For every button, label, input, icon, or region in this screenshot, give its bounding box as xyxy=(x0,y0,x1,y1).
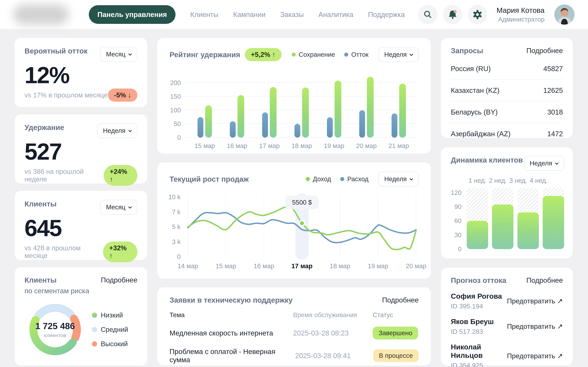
chevron-down-icon xyxy=(409,52,413,56)
prevent-link[interactable]: Предотвратить ↗ xyxy=(507,297,563,305)
card-title: Заявки в техническую поддержку xyxy=(170,296,293,304)
x-tick-label: 18 мар xyxy=(330,262,350,270)
stat-compare: vs 428 в прошлом месяце xyxy=(25,244,103,259)
ticket-time: 2025-03-28 08:23 xyxy=(293,329,373,337)
list-item[interactable]: Беларусь (BY) 3018 xyxy=(451,101,563,123)
nav-item-campaigns[interactable]: Кампании xyxy=(233,10,266,19)
bar-group: 17 мар xyxy=(257,72,282,138)
stat-card-clients: Клиенты Месяц 645 vs 428 в прошлом месяц… xyxy=(15,191,147,260)
y-tick-label: 120 xyxy=(451,189,461,196)
legend-dot-blue xyxy=(344,53,348,57)
middle-column: Рейтинг удержания +5,2% ↑ Сохранение Отт… xyxy=(157,38,431,365)
risk-segments-card: Клиенты Подробнее по сегментам риска 1 7… xyxy=(15,267,147,366)
period-value: Неделя xyxy=(530,160,552,167)
card-title: Удержание xyxy=(25,123,64,132)
nav-item-clients[interactable]: Клиенты xyxy=(190,10,218,19)
ticket-time: 2025-03-28 09:41 xyxy=(295,351,373,360)
bar-group: 15 мар xyxy=(192,72,217,138)
table-row[interactable]: Медленная скорость интернета 2025-03-28 … xyxy=(170,327,419,340)
x-tick-label: 21 мар xyxy=(389,142,409,150)
x-tick-label: 14 мар xyxy=(178,262,198,270)
legend-label: Низкий xyxy=(101,311,123,319)
retention-bar xyxy=(302,87,309,138)
week-label: 3 нед. xyxy=(509,177,527,184)
legend-label: Доход xyxy=(313,175,331,183)
chart-tooltip: 5500 $ xyxy=(285,196,319,209)
avatar[interactable] xyxy=(554,4,575,25)
legend-dot xyxy=(92,313,97,318)
nav-item-analytics[interactable]: Аналитика xyxy=(319,10,354,19)
more-link[interactable]: Подробнее xyxy=(526,276,563,284)
chart-legend: Сохранение Отток xyxy=(292,51,369,58)
period-select[interactable]: Неделя xyxy=(378,47,419,62)
user-name: Мария Котова xyxy=(497,6,545,15)
nav-item-support[interactable]: Поддержка xyxy=(368,10,405,19)
list-item: София Рогова ID 395.194 Предотвратить ↗ xyxy=(451,292,563,310)
chevron-down-icon xyxy=(128,128,132,132)
y-tick-label: 90 xyxy=(454,203,461,210)
nav-item-orders[interactable]: Заказы xyxy=(280,10,304,19)
churn-bar xyxy=(262,112,268,138)
period-select[interactable]: Неделя xyxy=(97,123,138,138)
prevent-link[interactable]: Предотвратить ↗ xyxy=(507,352,563,360)
legend-dot xyxy=(92,341,97,347)
churn-bar xyxy=(327,117,333,138)
x-tick-label: 15 мар xyxy=(194,142,215,150)
user-role: Администратор xyxy=(497,16,545,23)
svg-text:5 k: 5 k xyxy=(172,223,181,230)
sales-line-chart: 03 k5 k7 k10 k 14 мар15 мар16 мар17 мар1… xyxy=(186,190,419,269)
period-value: Неделя xyxy=(384,51,407,58)
week-label: 4 нед. xyxy=(530,177,548,184)
svg-text:10 k: 10 k xyxy=(168,193,181,201)
list-item[interactable]: Азербайджан (AZ) 1472 xyxy=(451,123,563,144)
settings-button[interactable] xyxy=(468,5,487,24)
prevent-link[interactable]: Предотвратить ↗ xyxy=(507,322,563,330)
tab-dashboard[interactable]: Панель управления xyxy=(89,5,175,24)
notifications-button[interactable] xyxy=(443,5,462,24)
stat-compare: vs 386 на прошлой неделе xyxy=(25,168,104,183)
dynamics-bar xyxy=(467,221,488,249)
search-button[interactable] xyxy=(418,5,438,24)
app-logo xyxy=(13,5,69,25)
client-id: ID 517.283 xyxy=(451,328,494,335)
period-select[interactable]: Неделя xyxy=(378,172,419,187)
week-labels: 1 нед.2 нед.3 нед.4 нед. xyxy=(467,177,564,184)
list-item[interactable]: Россия (RU) 45827 xyxy=(451,58,563,80)
list-item[interactable]: Казахстан (KZ) 12625 xyxy=(451,80,563,101)
y-tick-label: 0 xyxy=(458,245,461,253)
x-tick-label: 20 мар xyxy=(356,142,377,150)
y-tick-label: 0 xyxy=(177,134,181,141)
churn-bar xyxy=(294,124,300,138)
requests-card: Запросы Подробнее Россия (RU) 45827 Каза… xyxy=(441,38,573,138)
churn-bar xyxy=(230,121,236,138)
stat-compare: vs 17% в прошлом месяце xyxy=(25,91,108,99)
y-tick-label: 30 xyxy=(454,231,461,239)
x-tick-label: 15 мар xyxy=(216,262,236,270)
search-icon xyxy=(423,10,433,19)
y-tick-label: 50 xyxy=(174,120,181,127)
svg-text:7 k: 7 k xyxy=(172,209,181,216)
more-link[interactable]: Подробнее xyxy=(526,47,563,55)
period-value: Неделя xyxy=(384,175,407,183)
period-select[interactable]: Неделя xyxy=(524,156,564,171)
churn-bar xyxy=(391,113,397,138)
stat-value: 527 xyxy=(25,138,137,165)
client-id: ID 354.925 xyxy=(451,362,507,367)
ticket-topic: Медленная скорость интернета xyxy=(170,329,293,337)
week-label: 1 нед. xyxy=(468,177,486,184)
period-select[interactable]: Месяц xyxy=(100,47,137,62)
country-label: Беларусь (BY) xyxy=(451,108,498,116)
donut-total: 1 725 486 xyxy=(35,321,75,331)
legend-dot-green xyxy=(306,177,310,181)
table-row[interactable]: Проблема с оплатой - Неверная сумма 2025… xyxy=(170,347,419,364)
period-select[interactable]: Месяц xyxy=(100,200,137,215)
x-tick-label: 19 мар xyxy=(324,142,344,150)
left-column: Вероятный отток Месяц 12% vs 17% в прошл… xyxy=(15,38,147,366)
legend-label: Отток xyxy=(351,51,368,58)
more-link[interactable]: Подробнее xyxy=(101,276,137,284)
retention-bar xyxy=(399,84,406,138)
x-tick-label: 16 мар xyxy=(227,142,247,150)
stat-value: 12% xyxy=(25,62,137,89)
more-link[interactable]: Подробнее xyxy=(382,296,419,304)
client-name: София Рогова xyxy=(451,292,502,300)
